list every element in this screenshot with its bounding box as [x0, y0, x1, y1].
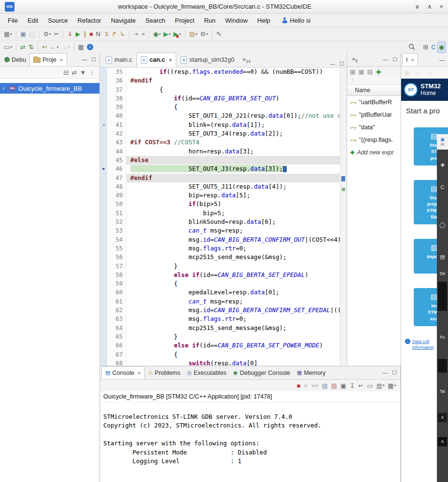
terminate-console-button[interactable]: ■: [296, 380, 302, 391]
minimize-button[interactable]: —: [382, 370, 388, 376]
code-line-44[interactable]: 44 horn=resp.data[3];: [100, 147, 340, 156]
line-number[interactable]: 60: [107, 288, 126, 297]
debug-dropdown[interactable]: ▾: [159, 32, 161, 36]
last-edit-location-button[interactable]: ↩: [41, 42, 48, 53]
run-button[interactable]: ▶▾: [163, 29, 172, 40]
code-line-51[interactable]: 51 bip=5;: [100, 209, 340, 218]
filter-button[interactable]: ▼: [79, 67, 87, 78]
code-text[interactable]: msg.flags.rtr=0;: [126, 244, 340, 253]
code-text[interactable]: if((resp.flags.extended==0) && (numBB==C…: [126, 68, 340, 76]
menu-navigate[interactable]: Navigate: [106, 15, 140, 26]
code-text[interactable]: {: [126, 103, 340, 111]
next-annotation-button[interactable]: ⇄: [19, 42, 27, 53]
line-number[interactable]: 58: [107, 271, 126, 279]
line-number[interactable]: 42: [107, 129, 126, 138]
code-line-55[interactable]: 55 msg.flags.rtr=0;: [100, 244, 340, 253]
code-text[interactable]: can_t msg=resp;: [126, 297, 340, 306]
code-line-54[interactable]: 54 msg.id=CAN_BIG_BERTA_CONFIRM_OUT|(COS…: [100, 235, 340, 244]
line-number[interactable]: 61: [107, 297, 126, 306]
line-number[interactable]: 68: [107, 359, 126, 366]
information-button[interactable]: i: [86, 42, 94, 53]
forward-dropdown[interactable]: ▾: [68, 45, 70, 49]
menu-edit[interactable]: Edit: [23, 15, 43, 26]
show-when-stderr-button[interactable]: ▤: [330, 380, 338, 391]
back-button[interactable]: ←: [414, 67, 422, 78]
remove-all-terminated-button[interactable]: ××: [310, 380, 319, 391]
line-number[interactable]: 47: [107, 174, 126, 182]
flash-download-button[interactable]: ⇓: [66, 29, 73, 40]
editor-tab-close[interactable]: ×: [169, 57, 172, 63]
maximize-button[interactable]: ☐: [91, 56, 96, 63]
menu-window[interactable]: Window: [221, 15, 252, 26]
add-expression-button[interactable]: ✚: [375, 67, 382, 77]
display-console-dropdown[interactable]: ▾: [383, 384, 385, 387]
debug-perspective-button[interactable]: ◉: [438, 42, 445, 53]
code-line-68[interactable]: 68 switch(resp.data[0]: [100, 359, 340, 366]
line-number[interactable]: 35: [107, 68, 126, 76]
open-console-button[interactable]: ▦▾: [387, 380, 397, 391]
line-number[interactable]: 49: [107, 191, 126, 200]
code-line-60[interactable]: 60 epedalLevel=resp.data[0];: [100, 288, 340, 297]
code-line-38[interactable]: 38 if(id==CAN_BIG_BERTA_SET_OUT): [100, 94, 340, 103]
minimize-button[interactable]: —: [82, 56, 87, 63]
code-text[interactable]: else if(id==CAN_BIG_BERTA_SET_EPEDAL): [126, 271, 340, 279]
forward-button[interactable]: →▾: [60, 42, 71, 53]
line-number[interactable]: 59: [107, 279, 126, 288]
line-number[interactable]: 36: [107, 76, 126, 85]
pin-console-button[interactable]: ▣: [339, 380, 347, 391]
collapse-all-button[interactable]: ⊟: [62, 67, 70, 78]
trim-button[interactable]: ✂: [53, 29, 60, 40]
annotation-icon[interactable]: ▪: [100, 121, 107, 129]
show-when-stdout-button[interactable]: ▤: [321, 380, 328, 391]
instruction-pointer-icon[interactable]: ▶: [100, 165, 107, 173]
code-line-50[interactable]: 50 if(bip>5): [100, 200, 340, 208]
code-line-63[interactable]: 63 msg.flags.rtr=0;: [100, 315, 340, 323]
code-text[interactable]: blink=(resp.data[1]);: [126, 121, 340, 129]
maximize-button[interactable]: ☐: [392, 370, 397, 376]
line-number[interactable]: 46: [107, 165, 126, 173]
code-text[interactable]: switch(resp.data[0]: [126, 359, 340, 366]
code-text[interactable]: SET_OUT3_J4(resp.data[2]);: [126, 129, 340, 138]
collapse-all-button[interactable]: ⊟: [366, 67, 374, 77]
editor-tab-startup_stm32g0[interactable]: Sstartup_stm32g0: [176, 53, 238, 67]
code-text[interactable]: horn=resp.data[3];: [126, 147, 340, 156]
move-tool-icon[interactable]: ✚: [437, 162, 448, 168]
code-line-66[interactable]: 66 else if(id==CAN_BIG_BERTA_SET_POWER_M…: [100, 341, 340, 350]
restart-button[interactable]: N: [95, 29, 101, 40]
menu-refactor[interactable]: Refactor: [73, 15, 106, 26]
scroll-lock-button[interactable]: ↧: [349, 380, 356, 391]
menu-help[interactable]: Help: [252, 15, 275, 26]
new-button[interactable]: ▦▾: [3, 29, 13, 40]
code-line-48[interactable]: 48 SET_OUT5_J11(resp.data[4]);: [100, 182, 340, 191]
minimize-button[interactable]: —: [383, 56, 388, 63]
code-text[interactable]: mcp2515_send_message(&msg);: [126, 324, 340, 332]
expressions-name-header[interactable]: Name: [347, 84, 401, 96]
overview-ruler[interactable]: [340, 68, 347, 366]
code-text[interactable]: bip=5;: [126, 209, 340, 218]
code-line-64[interactable]: 64 mcp2515_send_message(&msg);: [100, 324, 340, 332]
line-number[interactable]: 57: [107, 262, 126, 271]
cpp-perspective-button[interactable]: C: [430, 42, 436, 53]
code-line-43[interactable]: 43#if COST==3 //COST4: [100, 138, 340, 147]
link-with-editor-button[interactable]: ⇄: [70, 67, 78, 78]
code-line-45[interactable]: 45#else: [100, 156, 340, 165]
line-number[interactable]: 54: [107, 235, 126, 244]
expressions-tab-overflow[interactable]: »5: [352, 55, 358, 63]
show-logical-structure-button[interactable]: ⊠: [358, 67, 365, 77]
code-line-39[interactable]: 39 {: [100, 103, 340, 111]
maximize-button[interactable]: ☐: [392, 56, 397, 63]
step-return-button[interactable]: ↳: [119, 29, 126, 40]
console-tab-close[interactable]: ×: [138, 370, 140, 376]
code-text[interactable]: bip=resp.data[5];: [126, 191, 340, 200]
toggle-editor-dropdown[interactable]: ▾: [10, 45, 12, 49]
suspend-button[interactable]: ∥: [82, 29, 87, 40]
strip-a-button[interactable]: A: [438, 437, 447, 446]
tab-information-center[interactable]: I ×: [402, 53, 418, 66]
line-number[interactable]: 63: [107, 315, 126, 323]
line-number[interactable]: 37: [107, 85, 126, 94]
use-step-filters-button[interactable]: ≈: [140, 29, 146, 40]
minimize-button[interactable]: —: [439, 57, 445, 63]
line-number[interactable]: 45: [107, 156, 126, 165]
line-number[interactable]: 52: [107, 218, 126, 226]
external-tools-dropdown[interactable]: ▾: [179, 32, 181, 36]
